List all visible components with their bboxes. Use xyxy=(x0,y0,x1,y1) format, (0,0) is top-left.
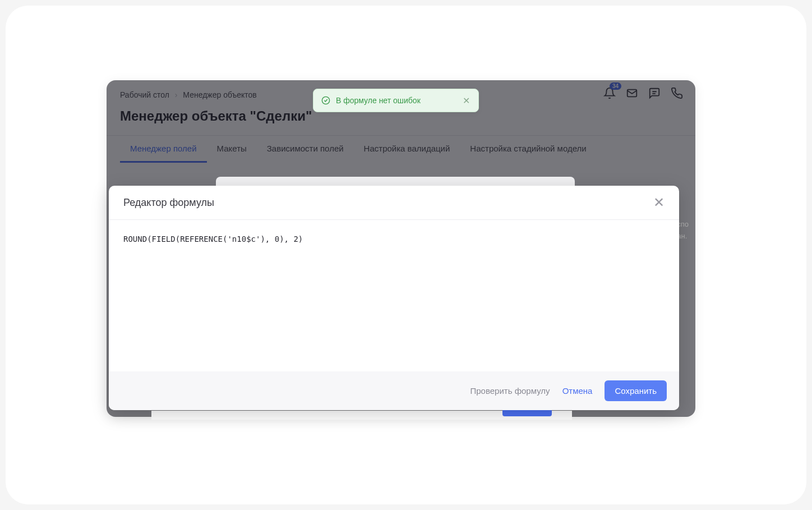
modal-title: Редактор формулы xyxy=(123,197,214,209)
modal-header: Редактор формулы ✕ xyxy=(109,186,679,220)
modal-body: ROUND(FIELD(REFERENCE('n10$c'), 0), 2) xyxy=(109,220,679,371)
close-icon[interactable]: ✕ xyxy=(653,196,665,209)
success-toast: В формуле нет ошибок ✕ xyxy=(313,89,479,112)
close-icon[interactable]: ✕ xyxy=(462,96,470,105)
button-edge-indicator xyxy=(502,410,552,416)
check-formula-button[interactable]: Проверить формулу xyxy=(470,386,550,396)
cancel-button[interactable]: Отмена xyxy=(562,386,593,396)
bottom-strip xyxy=(151,411,572,420)
save-button[interactable]: Сохранить xyxy=(605,380,667,401)
check-circle-icon xyxy=(321,96,330,105)
formula-editor-modal: Редактор формулы ✕ ROUND(FIELD(REFERENCE… xyxy=(109,186,679,410)
svg-point-3 xyxy=(322,97,329,104)
toast-message: В формуле нет ошибок xyxy=(336,96,456,105)
formula-input[interactable]: ROUND(FIELD(REFERENCE('n10$c'), 0), 2) xyxy=(117,226,671,366)
modal-footer: Проверить формулу Отмена Сохранить xyxy=(109,371,679,410)
